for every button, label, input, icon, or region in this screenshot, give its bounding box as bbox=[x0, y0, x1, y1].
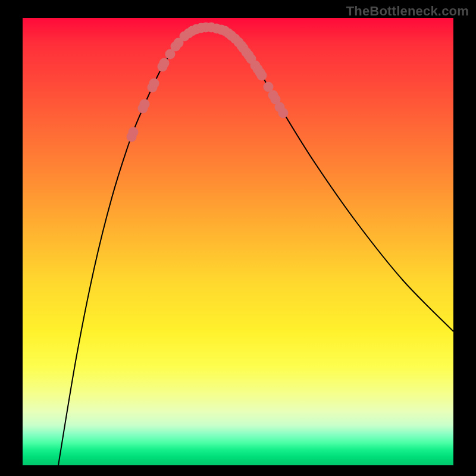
watermark-text: TheBottleneck.com bbox=[346, 4, 469, 19]
data-point-marker bbox=[278, 108, 289, 118]
curve-markers bbox=[127, 23, 289, 142]
data-point-marker bbox=[257, 71, 267, 81]
data-point-marker bbox=[140, 99, 150, 109]
app-frame: TheBottleneck.com bbox=[0, 0, 476, 476]
curve-left-branch bbox=[58, 27, 213, 465]
data-point-marker bbox=[159, 58, 170, 68]
curve-right-branch bbox=[213, 27, 453, 331]
data-point-marker bbox=[129, 127, 139, 137]
chart-svg bbox=[23, 18, 453, 465]
chart-plot-area bbox=[23, 18, 453, 465]
data-point-marker bbox=[149, 79, 159, 89]
